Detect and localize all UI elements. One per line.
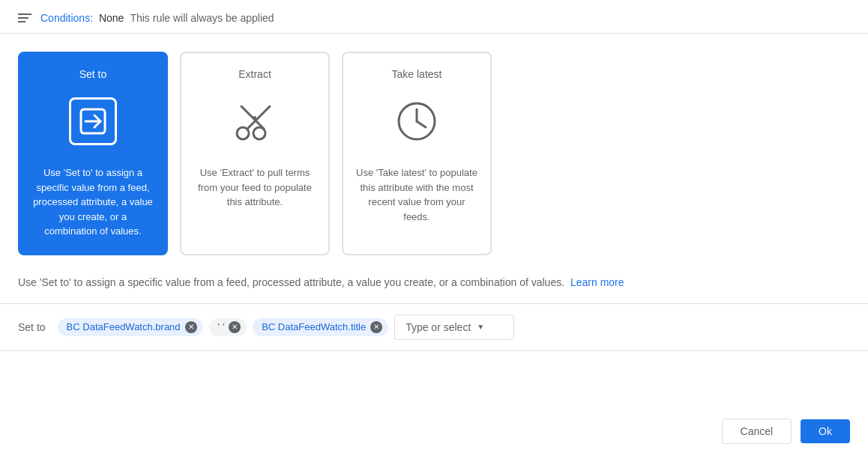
set-to-label: Set to	[18, 321, 46, 333]
info-text: Use 'Set to' to assign a specific value …	[18, 276, 564, 288]
svg-line-4	[247, 106, 270, 129]
learn-more-link[interactable]: Learn more	[570, 276, 624, 288]
filter-icon	[18, 13, 31, 22]
info-section: Use 'Set to' to assign a specific value …	[0, 270, 868, 303]
conditions-description: This rule will always be applied	[130, 12, 274, 24]
ok-button[interactable]: Ok	[801, 419, 850, 443]
page-container: Conditions: None This rule will always b…	[0, 0, 868, 456]
dropdown-placeholder: Type or select	[406, 321, 471, 333]
card-extract[interactable]: Extract Use 'Extract' to pull terms from…	[180, 52, 330, 255]
card-set-to-description: Use 'Set to' to assign a specific value …	[31, 165, 154, 239]
conditions-bar: Conditions: None This rule will always b…	[0, 0, 868, 33]
cards-section: Set to Use 'Set to' to assign a specific…	[0, 34, 868, 270]
card-extract-description: Use 'Extract' to pull terms from your fe…	[193, 165, 316, 210]
card-extract-title: Extract	[238, 68, 271, 80]
set-to-icon	[67, 95, 119, 148]
tag-title: BC DataFeedWatch.title ✕	[253, 318, 388, 336]
svg-line-5	[241, 106, 264, 129]
tag-title-close[interactable]: ✕	[370, 321, 382, 333]
type-select-dropdown[interactable]: Type or select ▼	[394, 314, 514, 340]
footer: Cancel Ok	[0, 407, 868, 456]
tag-separator-text: ' '	[218, 321, 225, 332]
svg-line-9	[417, 121, 426, 127]
tag-separator: ' ' ✕	[209, 318, 247, 336]
clock-icon	[391, 95, 443, 148]
conditions-keyword: Conditions:	[40, 12, 93, 24]
tag-separator-close[interactable]: ✕	[229, 321, 241, 333]
cancel-button[interactable]: Cancel	[722, 419, 792, 444]
conditions-label: Conditions: None	[40, 12, 124, 24]
card-take-latest-title: Take latest	[392, 68, 442, 80]
card-take-latest[interactable]: Take latest Use 'Take latest' to populat…	[342, 52, 492, 255]
tag-brand: BC DataFeedWatch.brand ✕	[58, 318, 203, 336]
set-to-row: Set to BC DataFeedWatch.brand ✕ ' ' ✕ BC…	[0, 303, 868, 351]
dropdown-arrow-icon: ▼	[477, 323, 484, 331]
svg-point-6	[253, 116, 256, 119]
card-set-to[interactable]: Set to Use 'Set to' to assign a specific…	[18, 52, 168, 255]
extract-icon	[229, 95, 281, 148]
card-take-latest-description: Use 'Take latest' to populate this attri…	[355, 165, 478, 224]
tag-title-text: BC DataFeedWatch.title	[262, 321, 366, 332]
card-set-to-title: Set to	[79, 68, 107, 80]
tag-brand-close[interactable]: ✕	[185, 321, 197, 333]
tag-brand-text: BC DataFeedWatch.brand	[67, 321, 181, 332]
conditions-none: None	[99, 12, 124, 24]
